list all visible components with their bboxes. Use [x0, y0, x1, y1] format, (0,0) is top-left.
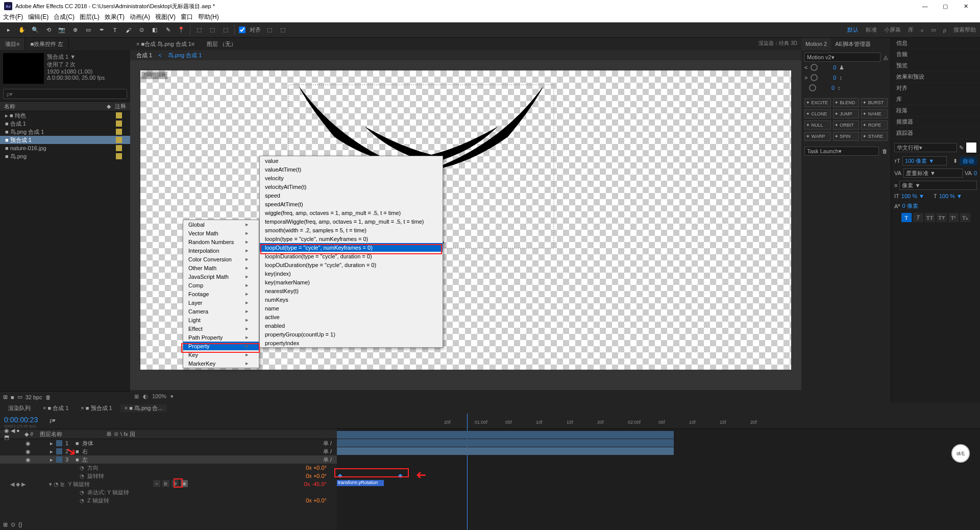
- col-notes[interactable]: 注释: [115, 103, 126, 110]
- ctx-item[interactable]: Footage▸: [183, 290, 259, 298]
- renderer-label[interactable]: 渲染器：经典 3D: [758, 40, 797, 47]
- ctx-item[interactable]: smooth(width = .2, samples = 5, t = time…: [260, 226, 443, 234]
- smallcaps-btn[interactable]: Tᴛ: [937, 213, 947, 222]
- motion-icon-3[interactable]: ↕: [838, 85, 841, 91]
- ctx-item[interactable]: Random Numbers▸: [183, 237, 259, 246]
- workspace-lib[interactable]: 库: [908, 26, 914, 34]
- col-switches[interactable]: 单 ※ \ fx 国: [106, 430, 135, 438]
- property-row[interactable]: ◔ 表达式: Y 轴旋转: [0, 488, 337, 496]
- close-button[interactable]: ✕: [955, 3, 976, 10]
- knob-3[interactable]: [809, 84, 816, 91]
- motion-icon-1[interactable]: ♟: [839, 64, 844, 71]
- trash-icon[interactable]: 🗑: [882, 148, 888, 154]
- search-help[interactable]: 搜索帮助: [953, 26, 976, 34]
- motion-btn-stare[interactable]: ✦ STARE: [861, 132, 888, 141]
- timeline-tab[interactable]: × ■ 鸟.png 合...: [120, 404, 167, 412]
- expr-lang-icon[interactable]: ◉: [181, 480, 188, 487]
- italic-btn[interactable]: T: [913, 213, 923, 222]
- zoom-level[interactable]: 100%: [152, 393, 166, 399]
- tab-effects-controls[interactable]: ■ 效果控件 左: [25, 38, 69, 50]
- layer-row[interactable]: ◉▸2■右单 /: [0, 447, 337, 455]
- ctx-item[interactable]: Property▸: [183, 342, 259, 350]
- project-item[interactable]: ■ 鸟.png 合成 1: [0, 128, 130, 136]
- expression-function-menu[interactable]: valuevalueAtTime(t)velocityvelocityAtTim…: [259, 156, 443, 348]
- ctx-item[interactable]: Key▸: [183, 350, 259, 359]
- time-ruler[interactable]: 20f01:00f05f10f15f20f02:00f05f10f15f20f: [337, 414, 980, 429]
- menu-item[interactable]: 图层(L): [80, 13, 100, 21]
- text-tool[interactable]: T: [110, 26, 119, 35]
- ctx-item[interactable]: loopOut(type = "cycle", numKeyframes = 0…: [260, 243, 443, 252]
- ctx-item[interactable]: Vector Math▸: [183, 229, 259, 237]
- rotate-tool[interactable]: ⟲: [44, 26, 53, 35]
- snap-opt1[interactable]: ⬚: [265, 26, 274, 35]
- motion-btn-burst[interactable]: ✦ BURST: [861, 98, 888, 107]
- panel-0[interactable]: 信息: [891, 38, 980, 49]
- leading-auto[interactable]: 自动: [960, 157, 977, 165]
- crumb-2[interactable]: 鸟.png 合成 1: [168, 52, 202, 59]
- panel-8[interactable]: 摇摆器: [891, 116, 980, 128]
- ctx-item[interactable]: temporalWiggle(freq, amp, octaves = 1, a…: [260, 217, 443, 226]
- panel-3[interactable]: 效果和预设: [891, 71, 980, 83]
- col-name[interactable]: 名称: [4, 103, 107, 110]
- motion-btn-jump[interactable]: ✦ JUMP: [833, 109, 860, 118]
- eyedropper-icon[interactable]: ✎: [959, 144, 964, 151]
- tab-script-mgr[interactable]: AE脚本管理器: [831, 38, 875, 50]
- workspace-more[interactable]: »: [921, 27, 924, 33]
- expr-enable-icon[interactable]: =: [153, 480, 160, 487]
- camera-tool[interactable]: 📷: [57, 26, 66, 35]
- expression-bar[interactable]: transform.yRotation: [337, 480, 384, 486]
- ctx-item[interactable]: Path Property▸: [183, 333, 259, 342]
- project-item[interactable]: ■ 合成 1: [0, 119, 130, 128]
- ctx-item[interactable]: Layer▸: [183, 298, 259, 307]
- tracking[interactable]: 像素 ▼: [899, 181, 977, 190]
- grid-icon[interactable]: ⊞: [134, 393, 139, 400]
- crumb-1[interactable]: 合成 1: [136, 52, 152, 59]
- ctx-item[interactable]: propertyIndex: [260, 339, 443, 347]
- font-size[interactable]: 100 像素 ▼: [902, 156, 947, 165]
- ctx-item[interactable]: speedAtTime(t): [260, 200, 443, 208]
- ctx-item[interactable]: JavaScript Math▸: [183, 272, 259, 281]
- menu-item[interactable]: 编辑(E): [28, 13, 48, 21]
- motion-btn-clone[interactable]: ✦ CLONE: [804, 109, 831, 118]
- motion-icon-2[interactable]: ↕: [839, 75, 842, 81]
- ctx-item[interactable]: velocity: [260, 174, 443, 182]
- panel-7[interactable]: 段落: [891, 105, 980, 116]
- timeline-tab[interactable]: × ■ 预合成 1: [77, 404, 116, 412]
- panel-2[interactable]: 预览: [891, 60, 980, 71]
- project-item[interactable]: ■ 预合成 1: [0, 136, 130, 144]
- panel-5[interactable]: 库: [891, 94, 980, 105]
- timeline-tab[interactable]: 渲染队列: [4, 404, 35, 412]
- ctx-item[interactable]: nearestKey(t): [260, 286, 443, 295]
- axis-local[interactable]: ⬚: [194, 26, 204, 35]
- layer-bar-1[interactable]: [337, 431, 674, 439]
- ctx-item[interactable]: name: [260, 304, 443, 312]
- layer-row[interactable]: ◉▸1■身体单 /: [0, 439, 337, 447]
- ctx-item[interactable]: key(markerName): [260, 278, 443, 286]
- panel-4[interactable]: 对齐: [891, 83, 980, 94]
- knob-1[interactable]: [811, 64, 818, 71]
- ctx-item[interactable]: Camera▸: [183, 307, 259, 316]
- layer-row[interactable]: ◉▸3■左单 /: [0, 455, 337, 464]
- property-row[interactable]: ◔ 旋转转0x +0.0°: [0, 472, 337, 480]
- menu-item[interactable]: 视图(V): [155, 13, 176, 21]
- subscript-btn[interactable]: T₁: [960, 213, 970, 222]
- menu-item[interactable]: 窗口: [181, 13, 193, 21]
- workspace-standard[interactable]: 标准: [866, 26, 877, 34]
- motion-btn-orbit[interactable]: ✦ ORBIT: [833, 121, 860, 130]
- ctx-item[interactable]: propertyGroup(countUp = 1): [260, 330, 443, 339]
- proj-bpc[interactable]: 32 bpc: [26, 394, 42, 400]
- workspace-default[interactable]: 默认: [847, 26, 859, 34]
- property-row[interactable]: ◔ Z 轴旋转0x +0.0°: [0, 496, 337, 504]
- proj-btn2[interactable]: ■: [11, 394, 14, 400]
- ctx-item[interactable]: speed: [260, 191, 443, 200]
- workspace-small[interactable]: 小屏幕: [884, 26, 901, 34]
- motion-btn-excite[interactable]: ✦ EXCITE: [804, 98, 831, 107]
- ctx-item[interactable]: wiggle(freq, amp, octaves = 1, amp_mult …: [260, 208, 443, 217]
- keyframe-2[interactable]: ◆: [398, 472, 402, 479]
- ctx-item[interactable]: key(index): [260, 269, 443, 278]
- color-swatch[interactable]: [966, 142, 977, 153]
- col-label-icon[interactable]: ◆: [107, 103, 115, 110]
- menu-item[interactable]: 文件(F): [3, 13, 23, 21]
- keyframe-1[interactable]: ◆: [338, 472, 342, 479]
- roto-tool[interactable]: ✎: [163, 26, 173, 35]
